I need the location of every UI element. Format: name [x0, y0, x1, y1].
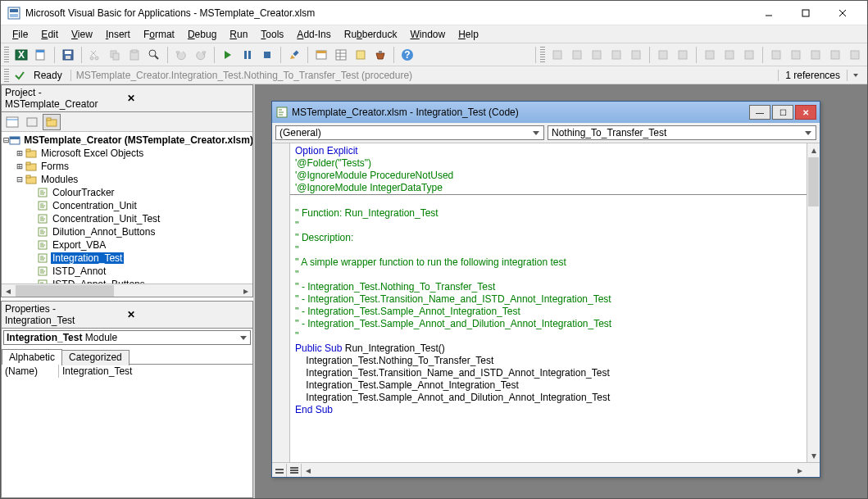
code-line[interactable]: Integration_Test.Sample_Annot_Integratio… — [290, 379, 807, 392]
project-panel-close-icon[interactable]: ✕ — [127, 93, 249, 104]
code-line[interactable]: '@Folder("Tests") — [290, 157, 807, 170]
menu-addins[interactable]: Add-Ins — [290, 27, 337, 42]
run-icon[interactable] — [219, 46, 237, 64]
redo-icon[interactable] — [192, 46, 210, 64]
object-browser-icon[interactable] — [352, 46, 370, 64]
properties-grid[interactable]: (Name)Integration_Test — [2, 365, 252, 497]
menu-help[interactable]: Help — [452, 27, 485, 42]
code-line[interactable]: '' Description: — [290, 232, 807, 244]
code-line[interactable]: '' A simple wrapper function to run the … — [290, 256, 807, 269]
code-line[interactable]: '' - Integration_Test.Sample_Annot_and_D… — [290, 318, 807, 330]
scroll-left-icon[interactable]: ◂ — [2, 284, 15, 297]
toolbar-grip[interactable] — [540, 47, 545, 63]
code-line[interactable]: '' — [290, 244, 807, 256]
excel-icon[interactable]: X — [12, 46, 30, 64]
references-dropdown-icon[interactable] — [852, 72, 864, 79]
menu-edit[interactable]: Edit — [34, 27, 65, 42]
rd-icon[interactable] — [674, 46, 692, 64]
code-line[interactable]: '@IgnoreModule ProcedureNotUsed — [290, 170, 807, 182]
rd-icon[interactable] — [807, 46, 825, 64]
code-line[interactable]: End Sub — [290, 404, 807, 416]
code-line[interactable] — [290, 195, 807, 207]
copy-icon[interactable] — [106, 46, 124, 64]
help-icon[interactable]: ? — [398, 46, 416, 64]
rd-icon[interactable] — [654, 46, 672, 64]
code-margin[interactable] — [272, 143, 290, 462]
menu-debug[interactable]: Debug — [181, 27, 223, 42]
code-line[interactable]: '' — [290, 330, 807, 342]
scroll-right-icon[interactable]: ▸ — [793, 465, 807, 476]
rd-indent-icon[interactable] — [548, 46, 566, 64]
toolbox-icon[interactable] — [371, 46, 389, 64]
code-line[interactable]: '' - Integration_Test.Transition_Name_an… — [290, 293, 807, 306]
tree-folder-excel-objects[interactable]: ⊞Microsoft Excel Objects — [3, 147, 251, 160]
insert-module-icon[interactable] — [32, 46, 50, 64]
properties-icon[interactable] — [332, 46, 350, 64]
property-row[interactable]: (Name)Integration_Test — [2, 365, 252, 378]
code-line[interactable]: '' Function: Run_Integration_Test — [290, 207, 807, 220]
scroll-right-icon[interactable]: ▸ — [239, 284, 252, 297]
design-mode-icon[interactable] — [285, 46, 303, 64]
rd-icon[interactable] — [787, 46, 805, 64]
menu-window[interactable]: Window — [403, 27, 452, 42]
project-explorer-icon[interactable] — [312, 46, 330, 64]
code-line[interactable]: '' - Integration_Test.Nothing_To_Transfe… — [290, 281, 807, 293]
rd-icon[interactable] — [767, 46, 785, 64]
paste-icon[interactable] — [125, 46, 143, 64]
toolbar-grip[interactable] — [4, 47, 9, 63]
tree-twisty[interactable]: ⊞ — [15, 161, 25, 172]
scroll-up-icon[interactable]: ▴ — [807, 143, 820, 157]
break-icon[interactable] — [239, 46, 257, 64]
rd-icon[interactable] — [568, 46, 586, 64]
tab-alphabetic[interactable]: Alphabetic — [2, 349, 62, 365]
toggle-folders-icon[interactable] — [43, 114, 61, 130]
procedure-combo[interactable]: Nothing_To_Transfer_Test — [548, 125, 816, 140]
full-module-view-icon[interactable] — [287, 464, 302, 477]
code-line[interactable]: Integration_Test.Nothing_To_Transfer_Tes… — [290, 355, 807, 367]
code-editor[interactable]: Option Explicit'@Folder("Tests")'@Ignore… — [290, 143, 807, 462]
view-object-icon[interactable] — [23, 114, 41, 130]
rd-icon[interactable] — [588, 46, 606, 64]
code-line[interactable]: Public Sub Run_Integration_Test() — [290, 342, 807, 355]
code-line[interactable]: Option Explicit — [290, 145, 807, 157]
minimize-button[interactable] — [750, 2, 787, 25]
project-tree[interactable]: ⊟MSTemplate_Creator (MSTemplate_Creator.… — [2, 132, 252, 284]
close-button[interactable] — [824, 2, 861, 25]
tree-twisty[interactable]: ⊞ — [15, 147, 25, 159]
menu-format[interactable]: Format — [137, 27, 181, 42]
menu-tools[interactable]: Tools — [254, 27, 290, 42]
menu-run[interactable]: Run — [223, 27, 254, 42]
rd-icon[interactable] — [826, 46, 844, 64]
code-line[interactable]: '' — [290, 220, 807, 232]
code-line[interactable]: Integration_Test.Sample_Annot_and_Diluti… — [290, 392, 807, 404]
rd-icon[interactable] — [607, 46, 625, 64]
rd-icon[interactable] — [720, 46, 738, 64]
maximize-button[interactable] — [787, 2, 824, 25]
properties-panel-close-icon[interactable]: ✕ — [127, 309, 249, 320]
procedure-view-icon[interactable] — [272, 464, 287, 477]
code-line[interactable]: Integration_Test.Transition_Name_and_IST… — [290, 367, 807, 379]
tree-module-istd_annot_buttons[interactable]: ISTD_Annot_Buttons — [3, 278, 251, 284]
code-vscrollbar[interactable]: ▴ ▾ — [807, 143, 820, 462]
code-hscrollbar[interactable]: ◂ ▸ — [302, 465, 807, 476]
tree-module-istd_annot[interactable]: ISTD_Annot — [3, 265, 251, 278]
menu-insert[interactable]: Insert — [99, 27, 137, 42]
child-maximize-button[interactable]: ☐ — [772, 105, 793, 120]
tree-module-dilution_annot_buttons[interactable]: Dilution_Annot_Buttons — [3, 225, 251, 238]
toolbar-grip[interactable] — [4, 69, 9, 82]
tree-module-colourtracker[interactable]: ColourTracker — [3, 186, 251, 199]
view-code-icon[interactable] — [3, 114, 21, 130]
tree-module-concentration_unit[interactable]: Concentration_Unit — [3, 199, 251, 212]
tree-module-export_vba[interactable]: Export_VBA — [3, 238, 251, 252]
references-count[interactable]: 1 references — [778, 70, 848, 81]
tree-module-concentration_unit_test[interactable]: Concentration_Unit_Test — [3, 212, 251, 225]
menu-rubberduck[interactable]: Rubberduck — [338, 27, 404, 42]
save-icon[interactable] — [59, 46, 77, 64]
scroll-thumb[interactable] — [808, 157, 819, 206]
rd-icon[interactable] — [740, 46, 758, 64]
find-icon[interactable] — [145, 46, 163, 64]
rd-icon[interactable] — [846, 46, 864, 64]
tree-project-root[interactable]: ⊟MSTemplate_Creator (MSTemplate_Creator.… — [3, 134, 251, 147]
child-close-button[interactable]: ✕ — [795, 105, 816, 120]
tree-twisty[interactable]: ⊟ — [15, 174, 25, 185]
